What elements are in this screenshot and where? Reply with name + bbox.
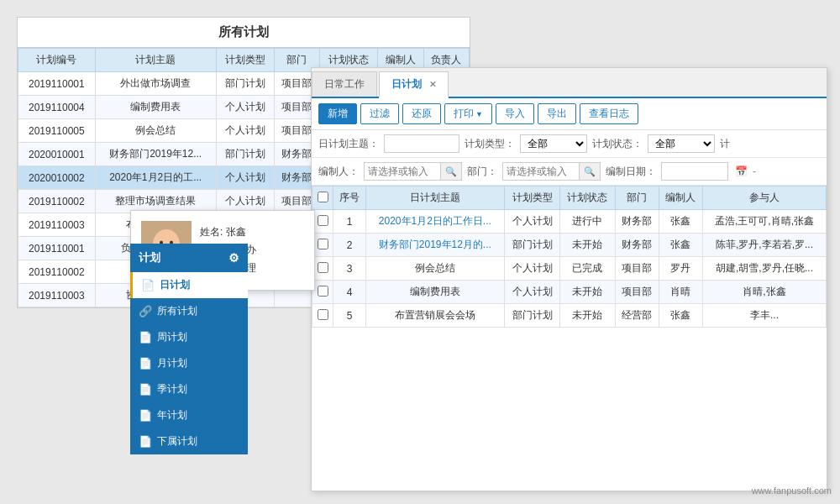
print-button[interactable]: 打印 ▼ [444, 103, 492, 124]
theme-input[interactable] [384, 134, 459, 153]
sidebar-icon-week: 📄 [139, 331, 152, 344]
toolbar: 新增 过滤 还原 打印 ▼ 导入 导出 查看日志 [312, 98, 827, 130]
bg-col-header: 计划编号 [18, 49, 96, 72]
export-button[interactable]: 导出 [538, 103, 576, 124]
sidebar-item-sub[interactable]: 📄下属计划 [130, 428, 248, 454]
extra-label: 计 [720, 137, 730, 151]
import-button[interactable]: 导入 [496, 103, 534, 124]
log-button[interactable]: 查看日志 [580, 103, 638, 124]
editor-input[interactable] [365, 164, 440, 179]
sidebar-label-daily: 日计划 [160, 278, 190, 292]
date-range-sep: - [753, 165, 756, 177]
restore-button[interactable]: 还原 [402, 103, 441, 124]
row-checkbox[interactable] [318, 215, 328, 226]
sidebar-icon-season: 📄 [139, 383, 152, 396]
date-start-input[interactable] [661, 162, 728, 181]
bg-panel-title: 所有计划 [18, 18, 470, 48]
dept-label: 部门： [467, 165, 497, 179]
filter-row-2: 编制人： 🔍 部门： 🔍 编制日期： 📅 - [312, 158, 827, 186]
sidebar-label-sub: 下属计划 [157, 434, 197, 449]
row-checkbox[interactable] [318, 286, 328, 297]
main-col-header: 参与人 [703, 186, 827, 210]
table-row[interactable]: 5布置营销展会会场部门计划未开始经营部张鑫李丰... [312, 304, 827, 328]
tab-daily-plan[interactable]: 日计划 ✕ [379, 71, 449, 98]
dept-search-icon[interactable]: 🔍 [579, 163, 600, 180]
table-row[interactable]: 3例会总结个人计划已完成项目部罗丹胡建,胡雪,罗丹,任晓... [312, 257, 827, 281]
theme-label: 日计划主题： [318, 137, 379, 151]
tab-close-icon[interactable]: ✕ [429, 80, 436, 89]
main-panel: 日常工作 日计划 ✕ 新增 过滤 还原 打印 ▼ 导入 导出 查看日志 日计划主… [311, 67, 827, 491]
sidebar-item-month[interactable]: 📄月计划 [130, 350, 248, 376]
bg-col-header: 计划主题 [95, 49, 216, 72]
sidebar-item-all[interactable]: 🔗所有计划 [130, 298, 248, 324]
sidebar-panel: 计划 ⚙ 📄日计划🔗所有计划📄周计划📄月计划📄季计划📄年计划📄下属计划 [130, 244, 248, 454]
user-name: 姓名: 张鑫 [200, 223, 256, 242]
editor-label: 编制人： [318, 165, 359, 179]
filter-button[interactable]: 过滤 [360, 103, 399, 124]
row-checkbox[interactable] [318, 239, 328, 249]
main-col-header: 序号 [333, 186, 365, 210]
sidebar-icon-all: 🔗 [139, 305, 152, 318]
sidebar-item-year[interactable]: 📄年计划 [130, 402, 248, 428]
calendar-icon: 📅 [735, 165, 748, 177]
sidebar-item-week[interactable]: 📄周计划 [130, 324, 248, 350]
type-select[interactable]: 全部 个人计划 部门计划 [520, 134, 587, 153]
row-checkbox[interactable] [318, 309, 328, 320]
date-label: 编制日期： [606, 165, 656, 179]
sidebar-label-year: 年计划 [157, 408, 187, 423]
status-select[interactable]: 全部 未开始 进行中 已完成 [648, 134, 715, 153]
main-col-header: 部门 [615, 186, 659, 210]
print-arrow-icon: ▼ [475, 110, 483, 118]
type-label: 计划类型： [465, 137, 515, 151]
tab-daily-work[interactable]: 日常工作 [312, 71, 377, 97]
watermark: www.fanpusoft.com [752, 486, 832, 496]
sidebar-icon-sub: 📄 [139, 435, 152, 448]
main-col-header: 编制人 [659, 186, 702, 210]
bg-col-header: 计划类型 [216, 49, 274, 72]
main-col-header: 计划状态 [560, 186, 616, 210]
sidebar-label-all: 所有计划 [157, 304, 197, 318]
editor-search-icon[interactable]: 🔍 [440, 163, 461, 180]
main-col-header: 计划类型 [505, 186, 560, 210]
table-row[interactable]: 12020年1月2日的工作日...个人计划进行中财务部张鑫孟浩,王可可,肖晴,张… [312, 210, 827, 234]
editor-search[interactable]: 🔍 [364, 162, 462, 181]
sidebar-item-season[interactable]: 📄季计划 [130, 376, 248, 402]
table-row[interactable]: 2财务部门2019年12月的...部门计划未开始财务部张鑫陈菲,罗丹,李若若,罗… [312, 234, 827, 257]
sidebar-header: 计划 ⚙ [130, 244, 248, 272]
data-table: 序号日计划主题计划类型计划状态部门编制人参与人 12020年1月2日的工作日..… [312, 186, 827, 328]
sidebar-icon-month: 📄 [139, 357, 152, 370]
dept-search[interactable]: 🔍 [502, 162, 601, 181]
sidebar-item-daily[interactable]: 📄日计划 [130, 272, 248, 298]
sidebar-label-month: 月计划 [157, 356, 187, 370]
sidebar-icon-daily: 📄 [141, 279, 155, 291]
select-all-checkbox[interactable] [318, 192, 328, 202]
row-checkbox[interactable] [318, 262, 328, 273]
add-button[interactable]: 新增 [318, 103, 357, 124]
sidebar-icon-year: 📄 [139, 409, 152, 422]
tabs-bar: 日常工作 日计划 ✕ [312, 68, 827, 98]
data-table-wrap: 序号日计划主题计划类型计划状态部门编制人参与人 12020年1月2日的工作日..… [312, 186, 827, 491]
sidebar-label-season: 季计划 [157, 382, 187, 396]
table-row[interactable]: 4编制费用表个人计划未开始项目部肖晴肖晴,张鑫 [312, 281, 827, 304]
main-col-header: 日计划主题 [365, 186, 504, 210]
filter-row-1: 日计划主题： 计划类型： 全部 个人计划 部门计划 计划状态： 全部 未开始 进… [312, 130, 827, 158]
status-label: 计划状态： [592, 137, 643, 151]
sidebar-label-week: 周计划 [157, 330, 187, 344]
sidebar-title: 计划 [139, 250, 160, 265]
gear-icon[interactable]: ⚙ [228, 251, 239, 265]
dept-input[interactable] [503, 164, 579, 179]
